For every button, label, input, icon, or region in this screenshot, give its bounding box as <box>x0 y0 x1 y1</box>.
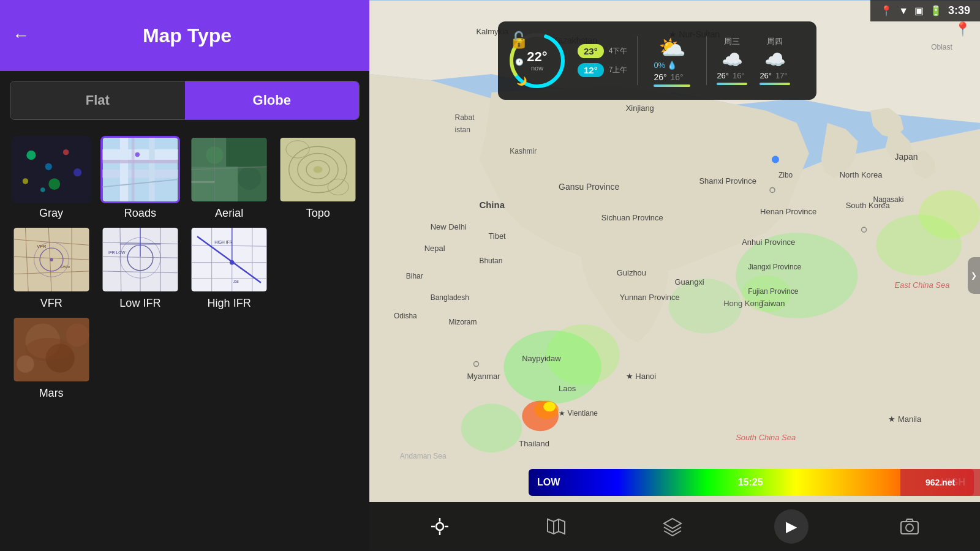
forecast-wed: 周三 ☁️ 26° 16° <box>717 36 747 85</box>
svg-text:Oblast: Oblast <box>931 43 952 51</box>
map-type-mars[interactable]: Mars <box>10 316 92 400</box>
svg-point-5 <box>74 168 81 176</box>
map-type-roads-label: Roads <box>124 207 156 220</box>
location-pin[interactable]: 📍 <box>954 21 971 37</box>
right-scroll[interactable]: ❯ <box>968 257 980 294</box>
svg-point-43 <box>50 258 53 261</box>
watermark: 962.net <box>900 469 980 496</box>
thu-icon: ☁️ <box>760 50 790 70</box>
current-temp: 22° <box>527 50 547 64</box>
svg-text:Andaman Sea: Andaman Sea <box>400 452 447 460</box>
svg-marker-149 <box>664 519 681 528</box>
wifi-icon: ▼ <box>899 6 908 17</box>
map-type-topo-label: Topo <box>306 207 330 220</box>
battery-icon: 🔋 <box>930 5 942 17</box>
svg-text:🌙: 🌙 <box>516 76 527 86</box>
svg-text:Sichuan Province: Sichuan Province <box>601 213 663 222</box>
weather-forecast: 周三 ☁️ 26° 16° 周四 ☁️ 26° 17° <box>717 36 790 85</box>
svg-text:★ Vientiane: ★ Vientiane <box>559 409 598 418</box>
today-icon: ⛅ <box>654 35 690 61</box>
svg-text:IFR LOW: IFR LOW <box>108 250 126 255</box>
svg-text:Zibo: Zibo <box>778 171 793 179</box>
rain-drop: 💧 <box>667 61 677 70</box>
map-type-vfr[interactable]: VFR 12500 VFR <box>10 226 92 310</box>
map-thumb-topo <box>278 136 358 203</box>
map-thumb-vfr: VFR 12500 <box>12 226 91 293</box>
svg-text:J36: J36 <box>233 280 239 283</box>
temp-now-label: now <box>527 64 547 72</box>
svg-point-151 <box>906 524 913 531</box>
svg-text:Kashmir: Kashmir <box>510 147 537 156</box>
wed-label: 周三 <box>717 36 747 47</box>
today-low: 16° <box>671 72 684 82</box>
svg-text:North Korea: North Korea <box>840 170 883 179</box>
back-button[interactable]: ← <box>12 27 29 44</box>
svg-point-82 <box>461 403 522 452</box>
svg-text:Xinjiang: Xinjiang <box>626 103 654 113</box>
svg-text:🕐: 🕐 <box>515 58 524 66</box>
map-type-vfr-label: VFR <box>40 297 62 310</box>
svg-text:Naypyidaw: Naypyidaw <box>522 354 561 363</box>
svg-point-87 <box>543 402 556 411</box>
map-type-gray[interactable]: Gray <box>10 136 92 220</box>
svg-rect-15 <box>132 138 135 201</box>
svg-text:VFR: VFR <box>37 244 47 249</box>
map-type-gray-label: Gray <box>39 207 63 220</box>
map-button[interactable] <box>541 511 571 542</box>
play-button[interactable]: ▶ <box>774 509 809 544</box>
map-thumb-aerial <box>189 136 269 203</box>
camera-button[interactable] <box>894 511 925 542</box>
page-title: Map Type <box>42 24 333 47</box>
map-type-aerial[interactable]: Aerial <box>188 136 271 220</box>
locate-button[interactable] <box>424 511 455 542</box>
map-type-grid-row2: VFR 12500 VFR <box>0 226 369 316</box>
svg-point-131 <box>772 156 779 163</box>
map-type-topo[interactable]: Topo <box>277 136 360 220</box>
map-type-roads[interactable]: Roads <box>99 136 181 220</box>
lock-icon: 🔓 <box>509 31 529 50</box>
svg-text:Tibet: Tibet <box>488 231 506 241</box>
signal-icon: ▣ <box>914 5 924 17</box>
svg-point-6 <box>22 178 28 184</box>
svg-point-73 <box>17 355 34 372</box>
map-type-highifr[interactable]: HIGH IFR J36 High IFR <box>188 226 271 310</box>
map-type-highifr-label: High IFR <box>208 297 251 310</box>
svg-text:China: China <box>479 200 505 210</box>
map-thumb-lowifr: IFR LOW <box>100 226 180 293</box>
legend-low: LOW <box>537 477 560 488</box>
svg-text:Odisha: Odisha <box>394 312 417 320</box>
weather-today: ⛅ 0% 💧 26° 16° <box>647 35 696 87</box>
weather-temps: 23° 4下午 12° 7上午 <box>578 44 627 77</box>
map-type-aerial-label: Aerial <box>215 207 243 220</box>
svg-rect-19 <box>226 138 266 167</box>
divider-2 <box>706 36 707 85</box>
map-type-lowifr-label: Low IFR <box>119 297 160 310</box>
map-type-lowifr[interactable]: IFR LOW Low IFR <box>99 226 181 310</box>
today-pct: 0% <box>654 61 665 70</box>
svg-text:New Delhi: New Delhi <box>431 222 467 231</box>
status-time: 3:39 <box>948 4 970 17</box>
svg-text:Rabat: Rabat <box>455 113 475 122</box>
svg-text:Guangxi: Guangxi <box>675 277 704 287</box>
svg-rect-11 <box>120 138 128 201</box>
forecast-thu: 周四 ☁️ 26° 17° <box>760 36 790 85</box>
bottom-toolbar: ▶ <box>369 502 980 551</box>
svg-point-141 <box>436 523 443 530</box>
right-panel: Kalmykia Kazakhstan ★ Nur-Sultan Xinjian… <box>369 0 980 551</box>
globe-toggle[interactable]: Globe <box>185 81 360 119</box>
svg-text:istan: istan <box>455 126 470 134</box>
flat-toggle[interactable]: Flat <box>10 81 185 119</box>
svg-point-3 <box>63 149 69 155</box>
svg-text:Myanmar: Myanmar <box>467 372 501 381</box>
high-temp-time: 4下午 <box>609 46 628 56</box>
svg-text:Nepal: Nepal <box>424 244 445 253</box>
svg-point-31 <box>314 166 323 173</box>
svg-text:Fujian Province: Fujian Province <box>748 287 799 296</box>
location-icon: 📍 <box>880 5 892 17</box>
layers-button[interactable] <box>657 511 688 542</box>
header: ← Map Type <box>0 0 369 71</box>
low-temp-badge: 12° <box>578 63 604 77</box>
svg-text:Bangladesh: Bangladesh <box>431 293 469 302</box>
wed-low: 16° <box>733 71 745 80</box>
svg-text:Anhui Province: Anhui Province <box>742 238 795 247</box>
